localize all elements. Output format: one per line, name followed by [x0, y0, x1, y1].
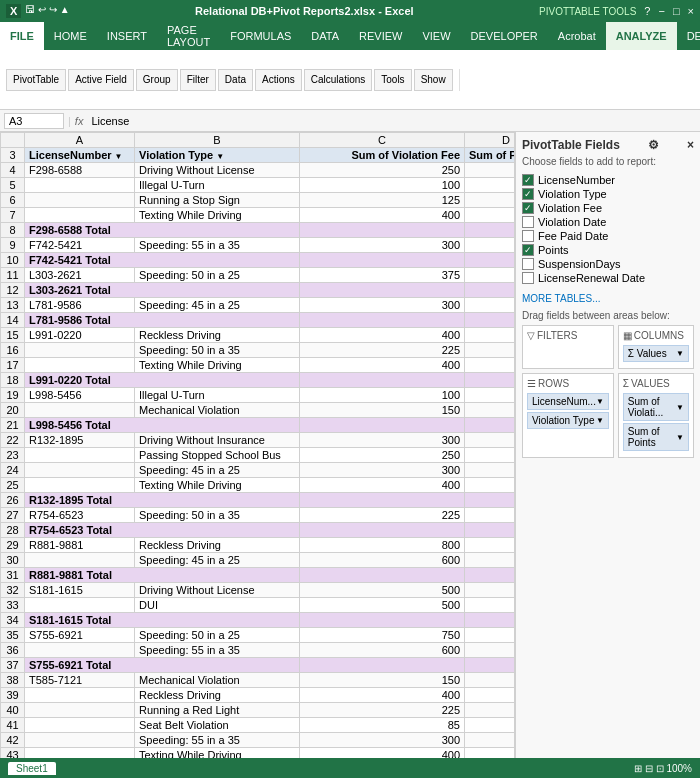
ribbon-btn-activefield[interactable]: Active Field: [68, 69, 134, 91]
cell-A15[interactable]: L991-0220: [25, 328, 135, 343]
cell-A9[interactable]: F742-5421: [25, 238, 135, 253]
cell-B18[interactable]: [300, 373, 465, 388]
cell-A20[interactable]: [25, 403, 135, 418]
cell-B35[interactable]: Speeding: 50 in a 25: [135, 628, 300, 643]
cell-B21[interactable]: [300, 418, 465, 433]
cell-B24[interactable]: Speeding: 45 in a 25: [135, 463, 300, 478]
tab-developer[interactable]: DEVELOPER: [461, 22, 548, 50]
cell-C30[interactable]: 600: [300, 553, 465, 568]
cell-A4[interactable]: F298-6588: [25, 163, 135, 178]
cell-D39[interactable]: 4: [465, 688, 516, 703]
cell-D41[interactable]: 5: [465, 718, 516, 733]
cell-A40[interactable]: [25, 703, 135, 718]
cell-D35[interactable]: 13: [465, 628, 516, 643]
cell-B39[interactable]: Reckless Driving: [135, 688, 300, 703]
pivot-field-checkbox[interactable]: ✓: [522, 202, 534, 214]
cell-D9[interactable]: 4: [465, 238, 516, 253]
cell-B37[interactable]: [300, 658, 465, 673]
tab-view[interactable]: VIEW: [412, 22, 460, 50]
pivot-field-checkbox[interactable]: [522, 258, 534, 270]
cell-B14[interactable]: [300, 313, 465, 328]
cell-D38[interactable]: 6: [465, 673, 516, 688]
ribbon-btn-pivottable[interactable]: PivotTable: [6, 69, 66, 91]
pivot-field-checkbox[interactable]: [522, 230, 534, 242]
cell-A5[interactable]: [25, 178, 135, 193]
cell-C8[interactable]: 875: [465, 223, 516, 238]
cell-C20[interactable]: 150: [300, 403, 465, 418]
cell-B25[interactable]: Texting While Driving: [135, 478, 300, 493]
sheet-tab[interactable]: Sheet1: [8, 762, 56, 775]
cell-A31[interactable]: R881-9881 Total: [25, 568, 300, 583]
cell-B11[interactable]: Speeding: 50 in a 25: [135, 268, 300, 283]
tab-acrobat[interactable]: Acrobat: [548, 22, 606, 50]
cell-C5[interactable]: 100: [300, 178, 465, 193]
col-header-a[interactable]: A: [25, 133, 135, 148]
cell-B26[interactable]: [300, 493, 465, 508]
dropdown-arrow[interactable]: ▼: [115, 152, 123, 161]
cell-B30[interactable]: Speeding: 45 in a 25: [135, 553, 300, 568]
cell-B16[interactable]: Speeding: 50 in a 35: [135, 343, 300, 358]
cell-B22[interactable]: Driving Without Insurance: [135, 433, 300, 448]
tab-home[interactable]: HOME: [44, 22, 97, 50]
cell-C18[interactable]: 1025: [465, 373, 516, 388]
cell-B33[interactable]: DUI: [135, 598, 300, 613]
ribbon-btn-show[interactable]: Show: [414, 69, 453, 91]
formula-input[interactable]: [87, 114, 696, 128]
pivot-more-tables[interactable]: MORE TABLES...: [522, 293, 694, 304]
cell-D43[interactable]: 8: [465, 748, 516, 759]
cell-D25[interactable]: 6: [465, 478, 516, 493]
cell-D20[interactable]: 6: [465, 403, 516, 418]
cell-C37[interactable]: 1350: [465, 658, 516, 673]
tab-insert[interactable]: INSERT: [97, 22, 157, 50]
pivot-val-item-fee[interactable]: Sum of Violati... ▼: [623, 393, 689, 421]
cell-C6[interactable]: 125: [300, 193, 465, 208]
cell-D5[interactable]: 6: [465, 178, 516, 193]
cell-A29[interactable]: R881-9881: [25, 538, 135, 553]
cell-A13[interactable]: L781-9586: [25, 298, 135, 313]
ribbon-btn-filter[interactable]: Filter: [180, 69, 216, 91]
cell-A33[interactable]: [25, 598, 135, 613]
cell-C3[interactable]: Sum of Violation Fee: [300, 148, 465, 163]
cell-C9[interactable]: 300: [300, 238, 465, 253]
cell-D17[interactable]: 5: [465, 358, 516, 373]
cell-D32[interactable]: 7: [465, 583, 516, 598]
cell-C4[interactable]: 250: [300, 163, 465, 178]
cell-A38[interactable]: T585-7121: [25, 673, 135, 688]
cell-A43[interactable]: [25, 748, 135, 759]
cell-C21[interactable]: 250: [465, 418, 516, 433]
cell-B3[interactable]: Violation Type ▼: [135, 148, 300, 163]
dropdown-arrow-b[interactable]: ▼: [216, 152, 224, 161]
pivot-field-checkbox[interactable]: [522, 216, 534, 228]
cell-D4[interactable]: 2: [465, 163, 516, 178]
cell-C17[interactable]: 400: [300, 358, 465, 373]
tab-design[interactable]: DESIGN: [677, 22, 700, 50]
tab-analyze[interactable]: ANALYZE: [606, 22, 677, 50]
cell-D7[interactable]: 6: [465, 208, 516, 223]
cell-A3[interactable]: LicenseNumber ▼: [25, 148, 135, 163]
cell-A22[interactable]: R132-1895: [25, 433, 135, 448]
cell-C22[interactable]: 300: [300, 433, 465, 448]
cell-B27[interactable]: Speeding: 50 in a 35: [135, 508, 300, 523]
close-btn[interactable]: ×: [688, 5, 694, 17]
cell-A10[interactable]: F742-5421 Total: [25, 253, 300, 268]
tab-formulas[interactable]: FORMULAS: [220, 22, 301, 50]
cell-B41[interactable]: Seat Belt Violation: [135, 718, 300, 733]
cell-B38[interactable]: Mechanical Violation: [135, 673, 300, 688]
cell-D23[interactable]: 4: [465, 448, 516, 463]
cell-B31[interactable]: [300, 568, 465, 583]
cell-C15[interactable]: 400: [300, 328, 465, 343]
cell-D33[interactable]: 12: [465, 598, 516, 613]
cell-C27[interactable]: 225: [300, 508, 465, 523]
cell-D29[interactable]: 8: [465, 538, 516, 553]
pivot-row-item-violation[interactable]: Violation Type ▼: [527, 412, 609, 429]
pivot-settings-icon[interactable]: ⚙: [648, 138, 659, 152]
ribbon-btn-actions[interactable]: Actions: [255, 69, 302, 91]
cell-D30[interactable]: 10: [465, 553, 516, 568]
cell-B15[interactable]: Reckless Driving: [135, 328, 300, 343]
cell-C31[interactable]: 1400: [465, 568, 516, 583]
cell-D15[interactable]: 4: [465, 328, 516, 343]
cell-A41[interactable]: [25, 718, 135, 733]
maximize-btn[interactable]: □: [673, 5, 680, 17]
cell-A18[interactable]: L991-0220 Total: [25, 373, 300, 388]
cell-C24[interactable]: 300: [300, 463, 465, 478]
